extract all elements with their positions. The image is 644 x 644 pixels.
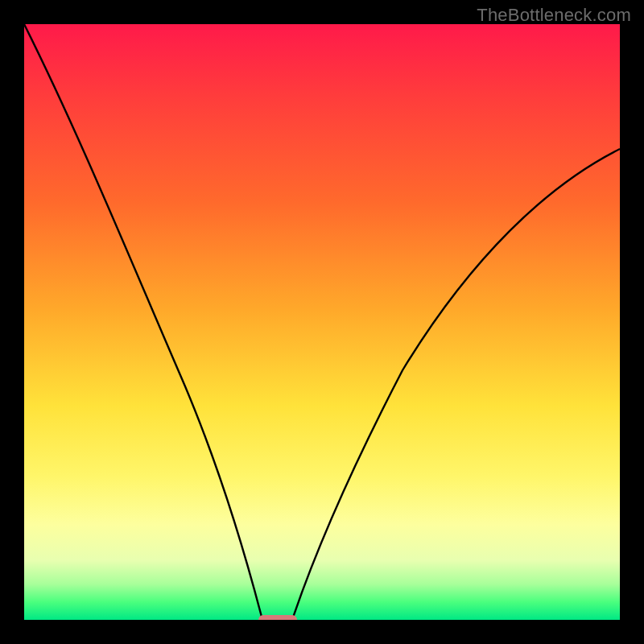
optimal-range-marker	[258, 615, 297, 620]
watermark-text: TheBottleneck.com	[477, 5, 631, 26]
plot-area	[24, 24, 620, 620]
right-bottleneck-curve	[292, 149, 620, 620]
chart-frame: TheBottleneck.com	[0, 0, 644, 644]
left-bottleneck-curve	[24, 24, 262, 620]
curve-layer	[24, 24, 620, 620]
